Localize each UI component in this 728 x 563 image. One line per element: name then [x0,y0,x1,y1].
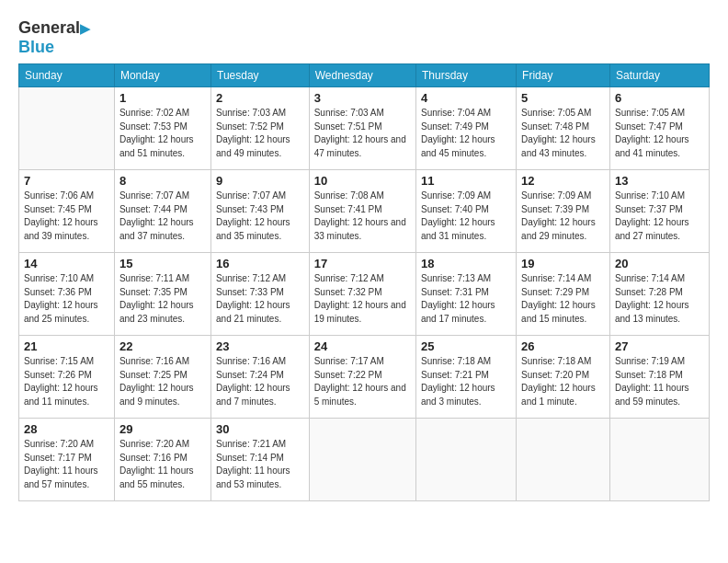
calendar-cell: 9Sunrise: 7:07 AMSunset: 7:43 PMDaylight… [211,170,310,253]
calendar-cell: 27Sunrise: 7:19 AMSunset: 7:18 PMDayligh… [609,336,709,419]
day-number: 7 [24,174,109,188]
day-number: 16 [216,257,304,270]
day-info: Sunrise: 7:21 AMSunset: 7:14 PMDaylight:… [216,438,304,491]
day-info: Sunrise: 7:17 AMSunset: 7:22 PMDaylight:… [314,355,411,408]
logo: General▶ Blue [18,18,90,56]
day-number: 6 [615,91,704,105]
day-number: 12 [521,174,605,188]
calendar-cell: 4Sunrise: 7:04 AMSunset: 7:49 PMDaylight… [416,87,517,170]
day-info: Sunrise: 7:11 AMSunset: 7:35 PMDaylight:… [119,272,206,326]
day-number: 30 [216,422,304,436]
calendar-cell: 21Sunrise: 7:15 AMSunset: 7:26 PMDayligh… [19,336,115,419]
day-info: Sunrise: 7:03 AMSunset: 7:51 PMDaylight:… [314,107,411,160]
day-number: 8 [119,174,206,188]
week-row: 21Sunrise: 7:15 AMSunset: 7:26 PMDayligh… [19,336,710,419]
calendar-cell: 7Sunrise: 7:06 AMSunset: 7:45 PMDaylight… [19,170,115,253]
day-number: 10 [314,174,411,188]
day-number: 28 [24,422,109,436]
day-info: Sunrise: 7:18 AMSunset: 7:20 PMDaylight:… [521,355,605,408]
day-number: 27 [615,339,704,353]
day-info: Sunrise: 7:02 AMSunset: 7:53 PMDaylight:… [119,107,206,160]
calendar-cell: 11Sunrise: 7:09 AMSunset: 7:40 PMDayligh… [416,170,517,253]
calendar-table: SundayMondayTuesdayWednesdayThursdayFrid… [18,63,710,501]
day-info: Sunrise: 7:14 AMSunset: 7:29 PMDaylight:… [521,272,605,326]
calendar-cell: 8Sunrise: 7:07 AMSunset: 7:44 PMDaylight… [114,170,210,253]
day-number: 11 [421,174,511,188]
weekday-header: Wednesday [309,64,415,87]
day-number: 17 [314,257,411,270]
day-info: Sunrise: 7:06 AMSunset: 7:45 PMDaylight:… [24,190,109,243]
calendar-cell: 19Sunrise: 7:14 AMSunset: 7:29 PMDayligh… [517,253,610,336]
calendar-cell: 10Sunrise: 7:08 AMSunset: 7:41 PMDayligh… [309,170,415,253]
calendar-cell [416,419,517,501]
calendar-cell: 23Sunrise: 7:16 AMSunset: 7:24 PMDayligh… [211,336,310,419]
calendar-cell: 13Sunrise: 7:10 AMSunset: 7:37 PMDayligh… [609,170,709,253]
day-info: Sunrise: 7:10 AMSunset: 7:36 PMDaylight:… [24,272,109,326]
day-info: Sunrise: 7:09 AMSunset: 7:39 PMDaylight:… [521,190,605,243]
calendar-cell: 25Sunrise: 7:18 AMSunset: 7:21 PMDayligh… [416,336,517,419]
week-row: 7Sunrise: 7:06 AMSunset: 7:45 PMDaylight… [19,170,710,253]
calendar-cell: 1Sunrise: 7:02 AMSunset: 7:53 PMDaylight… [114,87,210,170]
calendar-cell: 2Sunrise: 7:03 AMSunset: 7:52 PMDaylight… [211,87,310,170]
day-info: Sunrise: 7:12 AMSunset: 7:33 PMDaylight:… [216,272,304,326]
day-number: 14 [24,257,109,270]
day-number: 13 [615,174,704,188]
calendar-cell: 16Sunrise: 7:12 AMSunset: 7:33 PMDayligh… [211,253,310,336]
weekday-header: Thursday [416,64,517,87]
day-number: 4 [421,91,511,105]
day-number: 3 [314,91,411,105]
calendar-cell: 14Sunrise: 7:10 AMSunset: 7:36 PMDayligh… [19,253,115,336]
weekday-header: Monday [114,64,210,87]
calendar-cell [19,87,115,170]
day-info: Sunrise: 7:15 AMSunset: 7:26 PMDaylight:… [24,355,109,408]
day-info: Sunrise: 7:10 AMSunset: 7:37 PMDaylight:… [615,190,704,243]
day-info: Sunrise: 7:20 AMSunset: 7:16 PMDaylight:… [119,438,206,491]
logo-text: General▶ Blue [18,18,90,56]
calendar-cell: 18Sunrise: 7:13 AMSunset: 7:31 PMDayligh… [416,253,517,336]
day-number: 21 [24,339,109,353]
day-info: Sunrise: 7:05 AMSunset: 7:48 PMDaylight:… [521,107,605,160]
calendar-cell [609,419,709,501]
calendar-cell: 5Sunrise: 7:05 AMSunset: 7:48 PMDaylight… [517,87,610,170]
day-info: Sunrise: 7:16 AMSunset: 7:24 PMDaylight:… [216,355,304,408]
day-info: Sunrise: 7:12 AMSunset: 7:32 PMDaylight:… [314,272,411,326]
day-number: 18 [421,257,511,270]
calendar-cell: 29Sunrise: 7:20 AMSunset: 7:16 PMDayligh… [114,419,210,501]
day-number: 19 [521,257,605,270]
day-info: Sunrise: 7:04 AMSunset: 7:49 PMDaylight:… [421,107,511,160]
calendar-cell: 20Sunrise: 7:14 AMSunset: 7:28 PMDayligh… [609,253,709,336]
day-info: Sunrise: 7:09 AMSunset: 7:40 PMDaylight:… [421,190,511,243]
calendar-cell: 3Sunrise: 7:03 AMSunset: 7:51 PMDaylight… [309,87,415,170]
day-number: 5 [521,91,605,105]
calendar-cell: 22Sunrise: 7:16 AMSunset: 7:25 PMDayligh… [114,336,210,419]
calendar-cell: 17Sunrise: 7:12 AMSunset: 7:32 PMDayligh… [309,253,415,336]
day-number: 20 [615,257,704,270]
day-number: 1 [119,91,206,105]
calendar-cell: 15Sunrise: 7:11 AMSunset: 7:35 PMDayligh… [114,253,210,336]
day-info: Sunrise: 7:14 AMSunset: 7:28 PMDaylight:… [615,272,704,326]
weekday-header: Tuesday [211,64,310,87]
calendar-cell: 28Sunrise: 7:20 AMSunset: 7:17 PMDayligh… [19,419,115,501]
day-number: 15 [119,257,206,270]
day-info: Sunrise: 7:20 AMSunset: 7:17 PMDaylight:… [24,438,109,491]
day-info: Sunrise: 7:05 AMSunset: 7:47 PMDaylight:… [615,107,704,160]
day-number: 23 [216,339,304,353]
calendar-cell [517,419,610,501]
weekday-header: Friday [517,64,610,87]
calendar-cell: 6Sunrise: 7:05 AMSunset: 7:47 PMDaylight… [609,87,709,170]
weekday-header: Saturday [609,64,709,87]
day-number: 9 [216,174,304,188]
day-info: Sunrise: 7:18 AMSunset: 7:21 PMDaylight:… [421,355,511,408]
day-info: Sunrise: 7:07 AMSunset: 7:44 PMDaylight:… [119,190,206,243]
day-info: Sunrise: 7:16 AMSunset: 7:25 PMDaylight:… [119,355,206,408]
week-row: 1Sunrise: 7:02 AMSunset: 7:53 PMDaylight… [19,87,710,170]
calendar-cell: 24Sunrise: 7:17 AMSunset: 7:22 PMDayligh… [309,336,415,419]
day-number: 25 [421,339,511,353]
calendar-cell: 26Sunrise: 7:18 AMSunset: 7:20 PMDayligh… [517,336,610,419]
day-number: 2 [216,91,304,105]
week-row: 28Sunrise: 7:20 AMSunset: 7:17 PMDayligh… [19,419,710,501]
day-info: Sunrise: 7:03 AMSunset: 7:52 PMDaylight:… [216,107,304,160]
day-info: Sunrise: 7:07 AMSunset: 7:43 PMDaylight:… [216,190,304,243]
day-number: 22 [119,339,206,353]
day-info: Sunrise: 7:08 AMSunset: 7:41 PMDaylight:… [314,190,411,243]
